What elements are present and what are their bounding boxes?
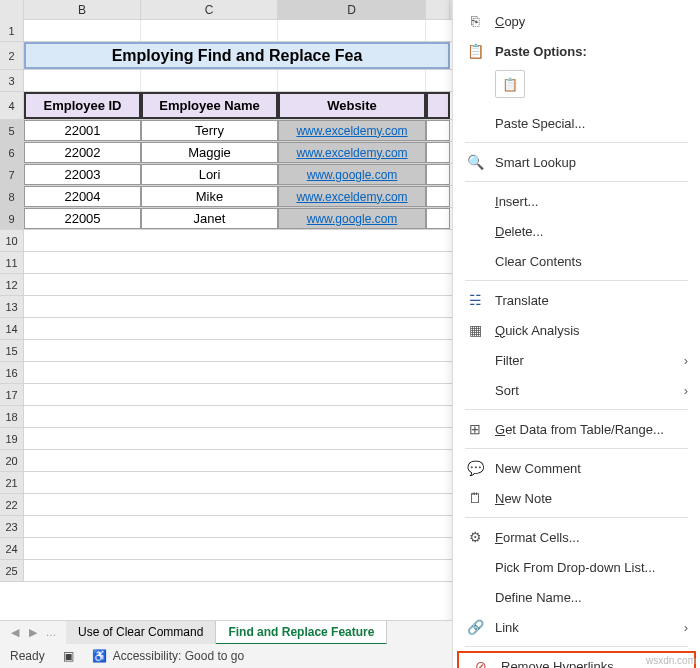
cell-id[interactable]: 22005 <box>24 208 141 229</box>
translate-icon: ☵ <box>465 290 485 310</box>
ctx-filter[interactable]: Filter › <box>453 345 700 375</box>
ctx-label: Pick From Drop-down List... <box>495 560 688 575</box>
tab-clear-command[interactable]: Use of Clear Command <box>66 621 216 645</box>
ctx-smart-lookup[interactable]: 🔍 Smart Lookup <box>453 147 700 177</box>
row-header[interactable]: 15 <box>0 340 24 361</box>
ctx-delete[interactable]: Delete... <box>453 216 700 246</box>
row-header[interactable]: 24 <box>0 538 24 559</box>
cell-name[interactable]: Janet <box>141 208 278 229</box>
ctx-clear-contents[interactable]: Clear Contents <box>453 246 700 276</box>
hyperlink[interactable]: www.exceldemy.com <box>296 124 407 138</box>
status-macro[interactable]: ▣ <box>63 649 74 663</box>
quick-analysis-icon: ▦ <box>465 320 485 340</box>
ctx-insert[interactable]: Insert... <box>453 186 700 216</box>
ctx-get-data[interactable]: ⊞ Get Data from Table/Range... <box>453 414 700 444</box>
tab-next-button[interactable]: ▶ <box>24 626 42 639</box>
cell-website[interactable]: www.google.com <box>278 164 426 185</box>
ctx-quick-analysis[interactable]: ▦ Quick Analysis <box>453 315 700 345</box>
paste-text-button[interactable]: 📋 <box>495 70 525 98</box>
tab-prev-button[interactable]: ◀ <box>6 626 24 639</box>
cell-id[interactable]: 22001 <box>24 120 141 141</box>
hyperlink[interactable]: www.exceldemy.com <box>296 190 407 204</box>
row-header[interactable]: 11 <box>0 252 24 273</box>
col-header-b[interactable]: B <box>24 0 141 20</box>
status-accessibility[interactable]: ♿ Accessibility: Good to go <box>92 649 244 663</box>
row-header[interactable]: 6 <box>0 142 24 163</box>
col-header-e[interactable] <box>426 0 450 20</box>
row-header[interactable]: 7 <box>0 164 24 185</box>
ctx-new-comment[interactable]: 💬 New Comment <box>453 453 700 483</box>
sheet-tab-bar: ◀ ▶ … Use of Clear Command Find and Repl… <box>0 620 452 644</box>
status-bar: Ready ▣ ♿ Accessibility: Good to go <box>0 644 452 668</box>
ctx-paste-special[interactable]: Paste Special... <box>453 108 700 138</box>
row-header[interactable]: 10 <box>0 230 24 251</box>
ctx-translate[interactable]: ☵ Translate <box>453 285 700 315</box>
ctx-label: New Note <box>495 491 688 506</box>
row-header[interactable]: 2 <box>0 42 24 69</box>
row-header[interactable]: 14 <box>0 318 24 339</box>
cell-website[interactable]: www.exceldemy.com <box>278 120 426 141</box>
accessibility-text: Accessibility: Good to go <box>113 649 244 663</box>
row-header[interactable]: 4 <box>0 92 24 119</box>
cell-id[interactable]: 22003 <box>24 164 141 185</box>
row-header[interactable]: 21 <box>0 472 24 493</box>
row-header[interactable]: 22 <box>0 494 24 515</box>
col-header-c[interactable]: C <box>141 0 278 20</box>
ctx-new-note[interactable]: 🗒 New Note <box>453 483 700 513</box>
ctx-label: Copy <box>495 14 688 29</box>
ctx-copy[interactable]: ⎘ Copy <box>453 6 700 36</box>
hyperlink[interactable]: www.exceldemy.com <box>296 146 407 160</box>
cell-website[interactable]: www.google.com <box>278 208 426 229</box>
ctx-pick-list[interactable]: Pick From Drop-down List... <box>453 552 700 582</box>
cell-website[interactable]: www.exceldemy.com <box>278 142 426 163</box>
ctx-label: Insert... <box>495 194 688 209</box>
title-cell[interactable]: Employing Find and Replace Fea <box>24 42 450 69</box>
cell-website[interactable]: www.exceldemy.com <box>278 186 426 207</box>
row-header[interactable]: 8 <box>0 186 24 207</box>
row-header[interactable]: 18 <box>0 406 24 427</box>
ctx-label: Filter <box>495 353 684 368</box>
row-header[interactable]: 3 <box>0 70 24 91</box>
header-employee-name[interactable]: Employee Name <box>141 92 278 119</box>
tab-find-replace[interactable]: Find and Replace Feature <box>216 621 387 645</box>
ctx-link[interactable]: 🔗 Link › <box>453 612 700 642</box>
cell-name[interactable]: Maggie <box>141 142 278 163</box>
ctx-format-cells[interactable]: ⚙ Format Cells... <box>453 522 700 552</box>
format-icon: ⚙ <box>465 527 485 547</box>
header-employee-id[interactable]: Employee ID <box>24 92 141 119</box>
row-header[interactable]: 5 <box>0 120 24 141</box>
cell-name[interactable]: Terry <box>141 120 278 141</box>
cell-id[interactable]: 22004 <box>24 186 141 207</box>
header-website[interactable]: Website <box>278 92 426 119</box>
remove-link-icon: ⊘ <box>471 656 491 668</box>
search-icon: 🔍 <box>465 152 485 172</box>
separator <box>465 142 688 143</box>
cell-name[interactable]: Lori <box>141 164 278 185</box>
col-header-d[interactable]: D <box>278 0 426 20</box>
ctx-label: Format Cells... <box>495 530 688 545</box>
row-header[interactable]: 25 <box>0 560 24 581</box>
separator <box>465 448 688 449</box>
row-header[interactable]: 12 <box>0 274 24 295</box>
row-header[interactable]: 13 <box>0 296 24 317</box>
row-header[interactable]: 17 <box>0 384 24 405</box>
separator <box>465 181 688 182</box>
tab-more-button[interactable]: … <box>42 626 60 639</box>
ctx-define-name[interactable]: Define Name... <box>453 582 700 612</box>
hyperlink[interactable]: www.google.com <box>307 212 398 226</box>
ctx-sort[interactable]: Sort › <box>453 375 700 405</box>
row-header[interactable]: 1 <box>0 20 24 41</box>
select-all-corner[interactable] <box>0 0 24 20</box>
row-header[interactable]: 23 <box>0 516 24 537</box>
ctx-label: Define Name... <box>495 590 688 605</box>
cell-name[interactable]: Mike <box>141 186 278 207</box>
row-header[interactable]: 16 <box>0 362 24 383</box>
paste-text-icon: 📋 <box>502 77 518 92</box>
row-header[interactable]: 9 <box>0 208 24 229</box>
row-header[interactable]: 20 <box>0 450 24 471</box>
cell-id[interactable]: 22002 <box>24 142 141 163</box>
status-ready: Ready <box>10 649 45 663</box>
watermark: wsxdn.com <box>646 655 696 666</box>
hyperlink[interactable]: www.google.com <box>307 168 398 182</box>
row-header[interactable]: 19 <box>0 428 24 449</box>
